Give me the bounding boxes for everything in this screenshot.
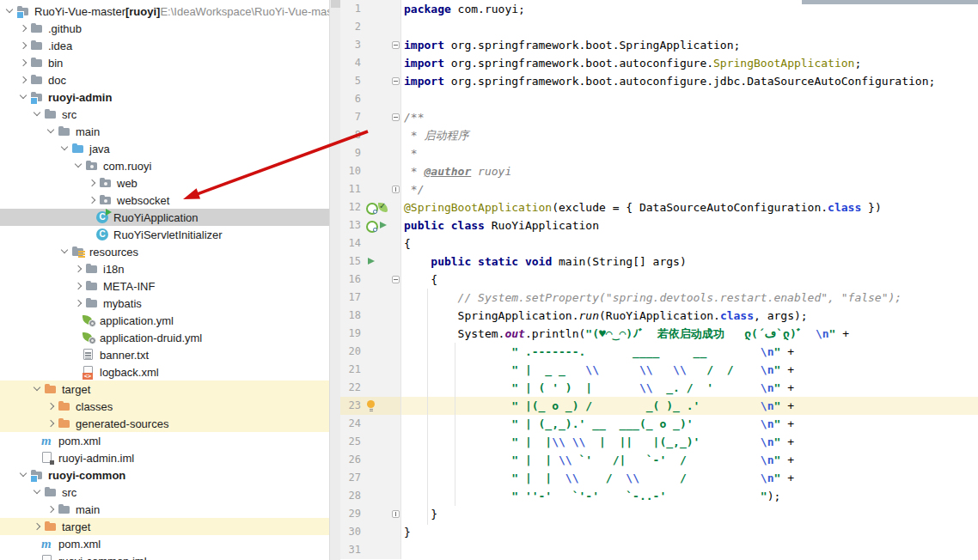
- chevron-right-icon[interactable]: [72, 260, 85, 277]
- tree-row-doc[interactable]: doc: [0, 71, 329, 88]
- fold-collapse-icon[interactable]: [392, 41, 400, 49]
- tree-row-ruoyi-common[interactable]: ruoyi-common: [0, 466, 329, 484]
- code-line-21[interactable]: 21 " | _ _ \\ \\ \\ / / \n" +: [340, 361, 978, 379]
- tree-row-ruoyi-admin-iml[interactable]: ruoyi-admin.iml: [0, 449, 329, 466]
- chevron-right-icon[interactable]: [17, 20, 30, 37]
- tree-row-bin[interactable]: bin: [0, 54, 329, 71]
- code-line-5[interactable]: 5import org.springframework.boot.autocon…: [340, 72, 978, 90]
- tree-row-pom-xml[interactable]: mpom.xml: [0, 535, 329, 552]
- tree-row-ruoyiservletinitializer[interactable]: CRuoYiServletInitializer: [0, 226, 329, 243]
- tree-row-application-yml[interactable]: application.yml: [0, 312, 329, 329]
- chevron-right-icon[interactable]: [72, 295, 85, 312]
- code-line-8[interactable]: 8 * 启动程序: [340, 126, 978, 144]
- tree-row-banner-txt[interactable]: banner.txt: [0, 346, 329, 363]
- tree-row-websocket[interactable]: websocket: [0, 192, 329, 209]
- code-line-7[interactable]: 7/**: [340, 108, 978, 126]
- chevron-down-icon[interactable]: [31, 380, 44, 398]
- fold-collapse-icon[interactable]: [392, 276, 400, 283]
- tree-row-mybatis[interactable]: mybatis: [0, 295, 329, 312]
- code-line-12[interactable]: 12✓@SpringBootApplication(exclude = { Da…: [340, 198, 978, 216]
- intention-bulb-icon[interactable]: [365, 400, 376, 411]
- code-line-28[interactable]: 28 " ''-' `'-' `-..-' ");: [340, 487, 978, 505]
- code-line-10[interactable]: 10 * @author ruoyi: [340, 162, 978, 180]
- tree-row-ruoyi-vue-master[interactable]: RuoYi-Vue-master [ruoyi] E:\IdeaWorkspac…: [0, 3, 329, 20]
- chevron-down-icon[interactable]: [31, 106, 44, 123]
- fold-collapse-icon[interactable]: [392, 113, 400, 121]
- code-line-23[interactable]: 23 " |(_ o _) / _( )_ .' \n" +: [340, 397, 978, 415]
- code-line-11[interactable]: 11 */: [340, 180, 978, 198]
- chevron-right-icon[interactable]: [86, 192, 99, 209]
- tree-row-ruoyi-common-iml[interactable]: ruoyi-common.iml: [0, 552, 329, 560]
- run-button-icon[interactable]: [365, 256, 376, 267]
- code-line-31[interactable]: 31: [340, 541, 978, 559]
- tree-row-github[interactable]: .github: [0, 20, 329, 37]
- fold-end-icon[interactable]: [392, 510, 400, 518]
- chevron-down-icon[interactable]: [31, 484, 44, 501]
- code-line-18[interactable]: 18 SpringApplication.run(RuoYiApplicatio…: [340, 307, 978, 325]
- tree-row-web[interactable]: web: [0, 174, 329, 192]
- chevron-down-icon[interactable]: [45, 123, 58, 140]
- code-line-2[interactable]: 2: [340, 18, 978, 36]
- code-editor[interactable]: 1package com.ruoyi;23import org.springfr…: [340, 0, 978, 560]
- tree-row-ruoyiapplication[interactable]: CRuoYiApplication: [0, 209, 329, 226]
- code-line-16[interactable]: 16 {: [340, 271, 978, 289]
- tree-row-target[interactable]: target: [0, 518, 329, 535]
- chevron-down-icon[interactable]: [58, 243, 71, 260]
- tree-row-pom-xml[interactable]: mpom.xml: [0, 432, 329, 449]
- tree-row-src[interactable]: src: [0, 106, 329, 123]
- chevron-right-icon[interactable]: [31, 518, 44, 535]
- spring-bean-search-icon[interactable]: [365, 202, 376, 213]
- code-line-30[interactable]: 30}: [340, 523, 978, 541]
- chevron-down-icon[interactable]: [17, 88, 30, 106]
- fold-end-icon[interactable]: [392, 186, 400, 193]
- tree-row-idea[interactable]: .idea: [0, 37, 329, 54]
- code-line-22[interactable]: 22 " | ( ' ) | \\ _. / ' \n" +: [340, 379, 978, 397]
- code-line-14[interactable]: 14{: [340, 234, 978, 253]
- tree-row-main[interactable]: main: [0, 501, 329, 518]
- code-line-15[interactable]: 15 public static void main(String[] args…: [340, 253, 978, 271]
- code-line-4[interactable]: 4import org.springframework.boot.autocon…: [340, 54, 978, 72]
- chevron-down-icon[interactable]: [58, 140, 71, 157]
- code-line-13[interactable]: 13public class RuoYiApplication: [340, 216, 978, 234]
- chevron-right-icon[interactable]: [45, 415, 58, 432]
- tree-row-classes[interactable]: classes: [0, 398, 329, 415]
- chevron-down-icon[interactable]: [72, 157, 85, 174]
- spring-boot-run-icon[interactable]: ✓: [377, 202, 388, 213]
- spring-bean-icon[interactable]: [365, 220, 376, 231]
- tree-row-generated-sources[interactable]: generated-sources: [0, 415, 329, 432]
- chevron-right-icon[interactable]: [17, 71, 30, 88]
- code-line-25[interactable]: 25 " | |\\ \\ | || |(_,_)' \n" +: [340, 433, 978, 451]
- chevron-right-icon[interactable]: [72, 277, 85, 295]
- tree-row-ruoyi-admin[interactable]: ruoyi-admin: [0, 88, 329, 106]
- editor-top-scrollbar[interactable]: [802, 0, 978, 4]
- chevron-right-icon[interactable]: [45, 398, 58, 415]
- tree-row-application-druid-yml[interactable]: application-druid.yml: [0, 329, 329, 346]
- chevron-down-icon[interactable]: [3, 3, 16, 20]
- tree-row-logback-xml[interactable]: <>logback.xml: [0, 363, 329, 380]
- tree-row-main[interactable]: main: [0, 123, 329, 140]
- tree-row-target[interactable]: target: [0, 380, 329, 398]
- chevron-down-icon[interactable]: [17, 466, 30, 484]
- chevron-right-icon[interactable]: [17, 37, 30, 54]
- tree-row-i18n[interactable]: i18n: [0, 260, 329, 277]
- code-line-17[interactable]: 17 // System.setProperty("spring.devtool…: [340, 289, 978, 307]
- code-line-9[interactable]: 9 *: [340, 144, 978, 162]
- run-button-icon[interactable]: [377, 220, 388, 231]
- code-line-26[interactable]: 26 " | | \\ `' /| `-' / \n" +: [340, 451, 978, 469]
- tree-scrollbar[interactable]: [329, 0, 340, 560]
- code-line-19[interactable]: 19 System.out.println("(♥◠‿◠)ﾉﾞ 若依启动成功 ლ…: [340, 325, 978, 343]
- tree-scrollbar-thumb[interactable]: [331, 0, 340, 8]
- chevron-right-icon[interactable]: [86, 174, 99, 192]
- code-line-20[interactable]: 20 " .-------. ____ __ \n" +: [340, 343, 978, 361]
- code-line-3[interactable]: 3import org.springframework.boot.SpringA…: [340, 36, 978, 54]
- tree-row-meta-inf[interactable]: META-INF: [0, 277, 329, 295]
- code-line-29[interactable]: 29 }: [340, 505, 978, 523]
- code-line-24[interactable]: 24 " | (_,_).' __ ___(_ o _)' \n" +: [340, 415, 978, 433]
- tree-row-resources[interactable]: resources: [0, 243, 329, 260]
- code-line-6[interactable]: 6: [340, 90, 978, 108]
- tree-row-com-ruoyi[interactable]: com.ruoyi: [0, 157, 329, 174]
- chevron-right-icon[interactable]: [45, 501, 58, 518]
- tree-row-java[interactable]: java: [0, 140, 329, 157]
- chevron-right-icon[interactable]: [17, 54, 30, 71]
- tree-row-src[interactable]: src: [0, 484, 329, 501]
